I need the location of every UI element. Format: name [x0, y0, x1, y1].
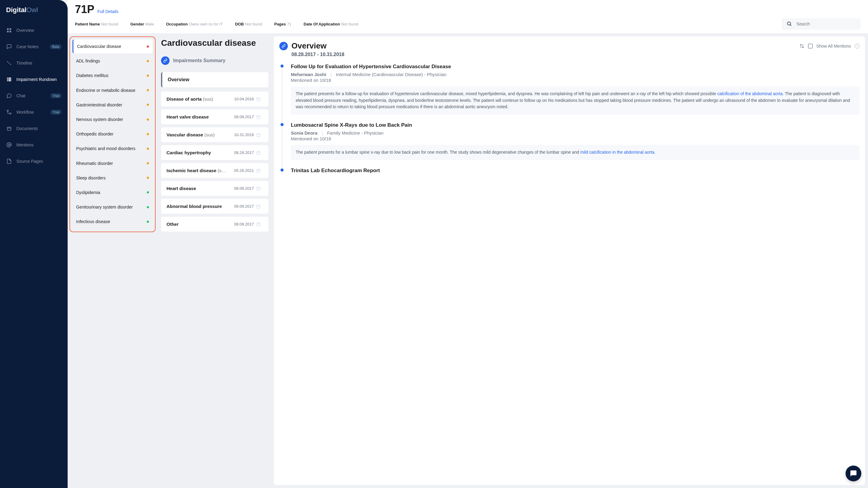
nav-timeline[interactable]: Timeline: [2, 56, 65, 70]
meta-date-of-application: Date Of ApplicationNot found: [304, 22, 359, 26]
nav-badge: Trial: [50, 110, 62, 115]
nav-label: Case Notes: [17, 44, 38, 49]
event-title: Follow Up for Evaluation of Hypertensive…: [291, 63, 860, 70]
impairment-label: Genitourinary system disorder: [76, 204, 133, 210]
mentioned-on: Mentioned on 10/18: [291, 136, 860, 141]
condition-item[interactable]: Vascular disease (sus)10.31.2018: [161, 127, 269, 142]
meta-dob: DOBNot found: [235, 22, 262, 26]
mentions-icon: [6, 142, 12, 148]
date-range: 08.28.2017 - 10.31.2018: [291, 52, 860, 57]
timeline-event: Follow Up for Evaluation of Hypertensive…: [291, 63, 860, 115]
calendar-icon: [256, 168, 260, 173]
search-box[interactable]: [782, 18, 861, 30]
calendar-icon: [256, 151, 260, 155]
impairment-item[interactable]: Diabetes mellitus: [72, 68, 153, 83]
search-input[interactable]: [797, 22, 856, 26]
condition-item[interactable]: Other08.09.2017: [161, 217, 269, 232]
impairment-item[interactable]: Cardiovascular disease: [72, 39, 153, 53]
overview-panel: Overview Show All Mentions i 08.28.2017 …: [274, 36, 865, 485]
nav-label: Mentions: [17, 142, 34, 147]
impairment-label: Nervous system disorder: [76, 117, 123, 122]
full-details-link[interactable]: Full Details: [97, 9, 118, 14]
impairment-item[interactable]: Sleep disorders: [72, 171, 153, 185]
impairment-label: ADL findings: [76, 58, 100, 64]
impairment-label: Gastrointestinal disorder: [76, 102, 122, 108]
calendar-icon: [256, 187, 260, 191]
condition-item[interactable]: Heart disease08.09.2017: [161, 181, 269, 196]
calendar-icon: [256, 115, 260, 119]
nav-case-notes[interactable]: Case NotesBeta: [2, 39, 65, 54]
nav-overview[interactable]: Overview: [2, 23, 65, 38]
condition-name: Heart valve disease: [166, 114, 209, 120]
overview-card[interactable]: Overview: [161, 72, 269, 87]
info-icon[interactable]: i: [855, 44, 860, 48]
highlight-link[interactable]: mild calcification in the abdominal aort…: [580, 150, 655, 155]
condition-item[interactable]: Disease of aorta (sus)10.04.2018: [161, 92, 269, 106]
calendar-icon: [256, 222, 260, 226]
status-dot: [147, 74, 149, 77]
meta-occupation: OccupationOwns own co for IT: [166, 22, 223, 26]
svg-point-17: [8, 144, 10, 146]
status-dot: [147, 177, 149, 179]
svg-rect-26: [257, 151, 260, 155]
impairment-item[interactable]: Infectious disease: [72, 215, 153, 229]
condition-name: Vascular disease (sus): [166, 132, 214, 137]
svg-rect-34: [257, 223, 260, 226]
impairment-label: Diabetes mellitus: [76, 73, 108, 78]
calendar-icon: [256, 97, 260, 101]
pages-icon: [6, 158, 12, 164]
condition-name: Disease of aorta (sus): [166, 96, 213, 102]
impairment-item[interactable]: Orthopedic disorder: [72, 127, 153, 141]
nav-documents[interactable]: Documents: [2, 121, 65, 136]
impairment-item[interactable]: Genitourinary system disorder: [72, 200, 153, 214]
condition-date: 08.09.2017: [234, 204, 254, 208]
impairment-item[interactable]: Psychiatric and mood disorders: [72, 141, 153, 156]
nav-workflow[interactable]: WorkflowTrial: [2, 105, 65, 120]
svg-rect-3: [10, 31, 11, 32]
nav-label: Chat: [17, 93, 26, 98]
impairment-item[interactable]: ADL findings: [72, 54, 153, 68]
svg-rect-20: [257, 98, 260, 101]
impairment-label: Psychiatric and mood disorders: [76, 146, 135, 151]
show-all-checkbox[interactable]: [808, 44, 813, 48]
condition-item[interactable]: Ischemic heart disease (s…05.26.2021: [161, 163, 269, 178]
impairment-item[interactable]: Endocrine or metabolic disease: [72, 84, 153, 97]
section-title: Impairments Summary: [173, 58, 226, 63]
impairment-label: Dyslipidemia: [76, 190, 100, 195]
sort-icon[interactable]: [800, 44, 804, 48]
impairment-item[interactable]: Nervous system disorder: [72, 112, 153, 126]
timeline-event: Lumbosacral Spine X-Rays due to Low Back…: [291, 122, 860, 160]
link-icon: [279, 42, 288, 50]
condition-item[interactable]: Heart valve disease08.09.2017: [161, 109, 269, 124]
condition-name: Cardiac hypertrophy: [166, 150, 211, 155]
condition-item[interactable]: Abnormal blood pressure08.09.2017: [161, 199, 269, 214]
event-note: The patient presents for a follow-up for…: [291, 86, 860, 115]
impairment-item[interactable]: Dyslipidemia: [72, 186, 153, 199]
nav-chat[interactable]: ChatTrial: [2, 89, 65, 103]
impairment-item[interactable]: Gastrointestinal disorder: [72, 98, 153, 112]
chat-fab[interactable]: [845, 465, 861, 481]
nav-mentions[interactable]: Mentions: [2, 138, 65, 152]
highlight-link[interactable]: calcification of the abdominal aorta.: [717, 91, 784, 96]
calendar-icon: [256, 133, 260, 137]
nav-impairment-rundown[interactable]: Impairment Rundown: [2, 72, 65, 87]
meta-pages: Pages71: [274, 22, 291, 26]
event-note: The patient presents for a lumbar spine …: [291, 145, 860, 160]
condition-name: Other: [166, 222, 179, 227]
condition-item[interactable]: Cardiac hypertrophy08.28.2017: [161, 145, 269, 160]
grid-icon: [6, 27, 12, 33]
nav-source-pages[interactable]: Source Pages: [2, 154, 65, 168]
patient-id: 71P: [75, 3, 94, 16]
impairment-label: Cardiovascular disease: [77, 44, 121, 49]
summary-title: Cardiovascular disease: [161, 38, 269, 48]
timeline-icon: [6, 60, 12, 66]
svg-point-18: [787, 22, 790, 25]
status-dot: [147, 133, 149, 135]
condition-date: 08.28.2017: [234, 150, 254, 155]
svg-rect-16: [7, 127, 11, 131]
condition-date: 08.09.2017: [234, 115, 254, 119]
status-dot: [147, 221, 149, 223]
svg-rect-1: [10, 28, 11, 30]
impairment-item[interactable]: Rheumatic disorder: [72, 156, 153, 170]
calendar-icon: [256, 204, 260, 208]
